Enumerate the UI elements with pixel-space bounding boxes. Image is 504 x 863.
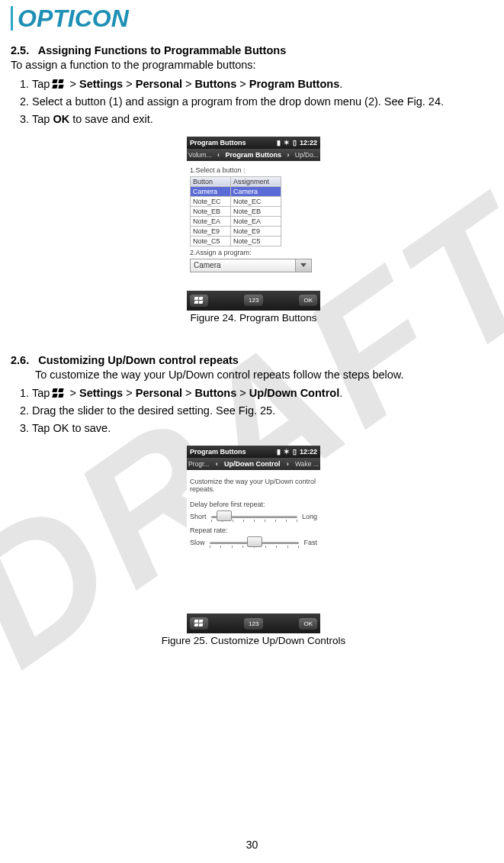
select-button-label: 1.Select a button : bbox=[190, 166, 317, 174]
tab-center: Program Buttons bbox=[226, 151, 282, 159]
phone-body: Customize the way your Up/Down control r… bbox=[187, 470, 320, 600]
signal-icon: ▮ bbox=[277, 448, 281, 456]
start-button[interactable] bbox=[190, 617, 208, 630]
phone-tabbar: Progr... ‹ Up/Down Control › Wake ... bbox=[187, 458, 320, 470]
section-2-5-intro: To assign a function to the programmable… bbox=[11, 58, 496, 73]
short-label: Short bbox=[190, 513, 207, 520]
table-row[interactable]: CameraCamera bbox=[191, 186, 281, 196]
fast-label: Fast bbox=[303, 539, 317, 546]
keyboard-button[interactable]: 123 bbox=[244, 295, 263, 306]
step-1: Tap > Settings > Personal > Buttons > Up… bbox=[32, 385, 496, 401]
section-2-6-steps: Tap > Settings > Personal > Buttons > Up… bbox=[11, 385, 496, 436]
step-1: Tap > Settings > Personal > Buttons > Pr… bbox=[32, 76, 496, 92]
wifi-icon: ✶ bbox=[284, 139, 290, 147]
figure-24: Program Buttons ▮ ✶ ▯ 12:22 Volum... ‹ P… bbox=[11, 137, 496, 324]
tab-right[interactable]: Wake ... bbox=[295, 460, 319, 468]
tab-left[interactable]: Volum... bbox=[188, 151, 212, 159]
delay-slider[interactable] bbox=[211, 511, 297, 522]
brand-text: OPTICON bbox=[18, 5, 129, 32]
windows-start-icon bbox=[53, 79, 63, 89]
step-2: Drag the slider to the desired setting. … bbox=[32, 403, 496, 419]
clock: 12:22 bbox=[300, 448, 317, 456]
chevron-left-icon[interactable]: ‹ bbox=[216, 151, 221, 159]
windows-start-icon bbox=[53, 388, 63, 398]
section-2-6-intro: To customize the way your Up/Down contro… bbox=[11, 368, 496, 383]
dropdown-arrow-icon[interactable] bbox=[295, 259, 311, 272]
phone-tabbar: Volum... ‹ Program Buttons › Up/Do... bbox=[187, 149, 320, 161]
delay-label: Delay before first repeat: bbox=[190, 501, 317, 508]
assign-program-label: 2.Assign a program: bbox=[190, 249, 317, 256]
page-number: 30 bbox=[0, 839, 504, 851]
heading-text: Assigning Functions to Programmable Butt… bbox=[38, 44, 286, 56]
tab-left[interactable]: Progr... bbox=[188, 460, 209, 468]
statusbar-title: Program Buttons bbox=[190, 448, 246, 456]
table-row[interactable]: Note_EANote_EA bbox=[191, 216, 281, 226]
battery-icon: ▯ bbox=[293, 139, 297, 147]
chevron-right-icon[interactable]: › bbox=[285, 460, 291, 468]
table-row[interactable]: Note_EBNote_EB bbox=[191, 206, 281, 216]
table-row[interactable]: Note_E9Note_E9 bbox=[191, 226, 281, 236]
description-text: Customize the way your Up/Down control r… bbox=[190, 478, 317, 493]
phone-screenshot-program-buttons: Program Buttons ▮ ✶ ▯ 12:22 Volum... ‹ P… bbox=[187, 137, 320, 311]
heading-num: 2.6. bbox=[11, 354, 29, 366]
col-assignment: Assignment bbox=[231, 176, 281, 186]
battery-icon: ▯ bbox=[293, 448, 297, 456]
figure-25-caption: Figure 25. Customize Up/Down Controls bbox=[11, 635, 496, 646]
phone-screenshot-updown-control: Program Buttons ▮ ✶ ▯ 12:22 Progr... ‹ U… bbox=[187, 446, 320, 633]
keyboard-button[interactable]: 123 bbox=[244, 618, 263, 630]
slow-label: Slow bbox=[190, 539, 205, 546]
windows-start-icon bbox=[194, 620, 204, 627]
step-2: Select a button (1) and assign a program… bbox=[32, 94, 496, 110]
step-3: Tap OK to save and exit. bbox=[32, 111, 496, 127]
assign-program-dropdown[interactable]: Camera bbox=[190, 259, 312, 272]
section-2-5-heading: 2.5. Assigning Functions to Programmable… bbox=[11, 44, 496, 56]
tab-right[interactable]: Up/Do... bbox=[295, 151, 319, 159]
table-row[interactable]: Note_C5Note_C5 bbox=[191, 236, 281, 246]
phone-statusbar: Program Buttons ▮ ✶ ▯ 12:22 bbox=[187, 446, 320, 458]
statusbar-title: Program Buttons bbox=[190, 139, 246, 147]
heading-text: Customizing Up/Down control repeats bbox=[38, 354, 239, 366]
section-2-5-steps: Tap > Settings > Personal > Buttons > Pr… bbox=[11, 76, 496, 127]
phone-statusbar: Program Buttons ▮ ✶ ▯ 12:22 bbox=[187, 137, 320, 149]
signal-icon: ▮ bbox=[277, 139, 281, 147]
brand-logo: OPTICON bbox=[11, 6, 496, 31]
wifi-icon: ✶ bbox=[284, 448, 290, 456]
chevron-left-icon[interactable]: ‹ bbox=[214, 460, 220, 468]
heading-num: 2.5. bbox=[11, 44, 29, 56]
chevron-right-icon[interactable]: › bbox=[285, 151, 291, 159]
phone-bottombar: 123 OK bbox=[187, 613, 320, 633]
start-button[interactable] bbox=[190, 295, 208, 307]
long-label: Long bbox=[302, 513, 317, 520]
delay-slider-row: Short Long bbox=[190, 511, 317, 522]
phone-body: 1.Select a button : Button Assignment Ca… bbox=[187, 161, 320, 277]
ok-button[interactable]: OK bbox=[299, 618, 317, 630]
rate-slider[interactable] bbox=[210, 537, 300, 548]
phone-bottombar: 123 OK bbox=[187, 291, 320, 311]
section-2-6-heading: 2.6. Customizing Up/Down control repeats bbox=[11, 354, 496, 366]
step-3: Tap OK to save. bbox=[32, 420, 496, 436]
figure-24-caption: Figure 24. Program Buttons bbox=[11, 312, 496, 324]
figure-25: Program Buttons ▮ ✶ ▯ 12:22 Progr... ‹ U… bbox=[11, 446, 496, 646]
rate-label: Repeat rate: bbox=[190, 526, 317, 534]
table-row[interactable]: Note_ECNote_EC bbox=[191, 196, 281, 206]
col-button: Button bbox=[191, 176, 231, 186]
windows-start-icon bbox=[194, 297, 204, 304]
button-assignment-table[interactable]: Button Assignment CameraCamera Note_ECNo… bbox=[190, 176, 281, 246]
ok-button[interactable]: OK bbox=[299, 295, 317, 306]
tab-center: Up/Down Control bbox=[224, 460, 281, 468]
rate-slider-row: Slow Fast bbox=[190, 537, 317, 548]
dropdown-value: Camera bbox=[194, 261, 221, 269]
page-content: OPTICON 2.5. Assigning Functions to Prog… bbox=[0, 0, 504, 646]
clock: 12:22 bbox=[300, 139, 317, 147]
